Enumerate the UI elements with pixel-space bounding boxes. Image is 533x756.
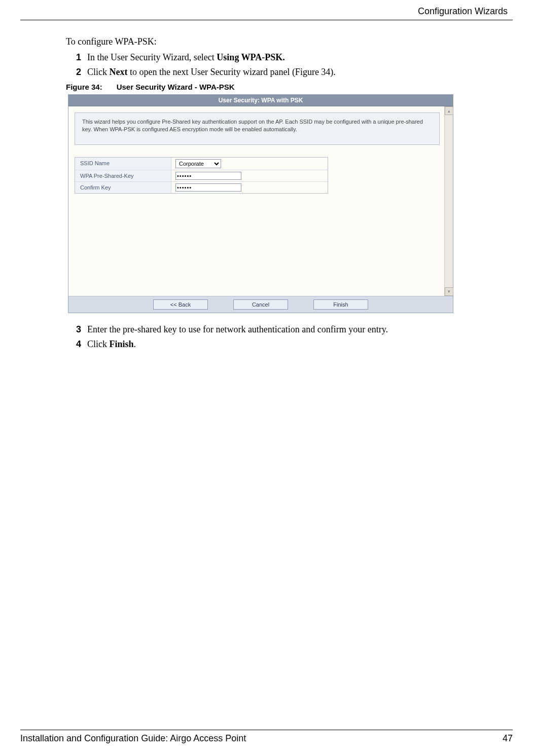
header-section: Configuration Wizards <box>20 5 513 17</box>
steps-list-top: 1 In the User Security Wizard, select Us… <box>66 52 461 78</box>
step-1: 1 In the User Security Wizard, select Us… <box>73 52 461 63</box>
intro-text: To configure WPA-PSK: <box>66 36 461 47</box>
step-number: 3 <box>73 324 81 335</box>
step-post: . <box>134 339 136 349</box>
step-text: Enter the pre-shared key to use for netw… <box>87 324 388 335</box>
scroll-down-icon[interactable]: ▾ <box>445 287 453 296</box>
step-text: Click Next to open the next User Securit… <box>87 67 336 78</box>
confirm-label: Confirm Key <box>75 182 171 193</box>
footer-rule <box>20 730 513 730</box>
psk-input[interactable] <box>175 172 241 180</box>
step-bold: Using WPA-PSK. <box>217 52 285 62</box>
psk-label: WPA Pre-Shared-Key <box>75 170 171 181</box>
scroll-up-icon[interactable]: ▴ <box>445 106 453 115</box>
confirm-input[interactable] <box>175 183 241 192</box>
wizard-spacer <box>75 194 447 290</box>
footer-page-number: 47 <box>503 733 513 744</box>
finish-button[interactable]: Finish <box>313 299 368 310</box>
step-4: 4 Click Finish. <box>73 339 461 350</box>
ssid-select[interactable]: Corporate <box>175 159 221 168</box>
wizard-footer: << Back Cancel Finish <box>68 296 453 313</box>
page-footer: Installation and Configuration Guide: Ai… <box>20 730 513 744</box>
step-bold: Next <box>110 67 128 77</box>
step-2: 2 Click Next to open the next User Secur… <box>73 67 461 78</box>
wizard-form: SSID Name Corporate WPA Pre-Shared-Key <box>75 157 328 194</box>
wizard-body: ▴ ▾ This wizard helps you configure Pre-… <box>68 106 453 296</box>
step-pre: Click <box>87 67 110 77</box>
footer-left: Installation and Configuration Guide: Ai… <box>20 733 246 744</box>
step-pre: In the User Security Wizard, select <box>87 52 217 62</box>
step-bold: Finish <box>110 339 134 349</box>
figure-caption: Figure 34:User Security Wizard - WPA-PSK <box>66 83 461 91</box>
scrollbar[interactable]: ▴ ▾ <box>444 106 453 296</box>
wizard-panel: User Security: WPA with PSK ▴ ▾ This wiz… <box>68 94 453 313</box>
step-text: Click Finish. <box>87 339 136 350</box>
figure-label: Figure 34: <box>66 83 102 91</box>
step-3: 3 Enter the pre-shared key to use for ne… <box>73 324 461 335</box>
wizard-title: User Security: WPA with PSK <box>68 95 453 106</box>
back-button[interactable]: << Back <box>153 299 208 310</box>
wizard-description: This wizard helps you configure Pre-Shar… <box>75 112 440 145</box>
step-number: 1 <box>73 52 81 63</box>
step-pre: Click <box>87 339 110 349</box>
step-number: 2 <box>73 67 81 78</box>
steps-list-bottom: 3 Enter the pre-shared key to use for ne… <box>66 324 461 350</box>
step-number: 4 <box>73 339 81 350</box>
figure-title: User Security Wizard - WPA-PSK <box>117 83 235 91</box>
row-confirm: Confirm Key <box>75 182 328 193</box>
step-text: In the User Security Wizard, select Usin… <box>87 52 285 63</box>
row-ssid: SSID Name Corporate <box>75 158 328 170</box>
step-post: to open the next User Security wizard pa… <box>127 67 335 77</box>
ssid-label: SSID Name <box>75 158 171 170</box>
cancel-button[interactable]: Cancel <box>233 299 288 310</box>
row-psk: WPA Pre-Shared-Key <box>75 170 328 182</box>
